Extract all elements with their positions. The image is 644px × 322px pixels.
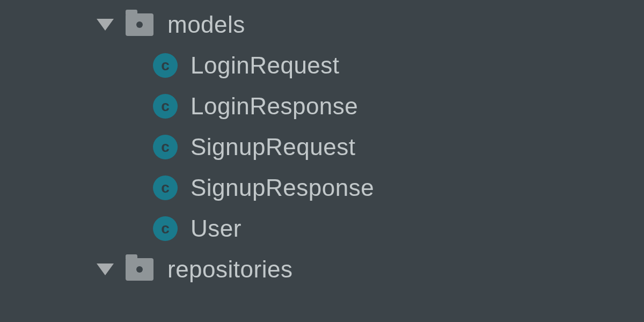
tree-item-user[interactable]: c User <box>0 208 644 249</box>
expand-arrow-icon <box>97 264 114 275</box>
class-icon: c <box>153 94 178 119</box>
folder-icon <box>126 258 153 281</box>
class-icon-letter: c <box>161 220 170 237</box>
file-label: SignupResponse <box>191 174 374 201</box>
expand-arrow-icon <box>97 19 114 31</box>
class-icon-letter: c <box>161 98 170 115</box>
folder-label: models <box>167 11 245 38</box>
class-icon: c <box>153 216 178 241</box>
tree-item-signup-request[interactable]: c SignupRequest <box>0 127 644 167</box>
tree-folder-repositories[interactable]: repositories <box>0 249 644 290</box>
tree-item-login-response[interactable]: c LoginResponse <box>0 86 644 127</box>
class-icon: c <box>153 135 178 159</box>
folder-label: repositories <box>167 256 292 283</box>
class-icon-letter: c <box>161 138 170 156</box>
class-icon-letter: c <box>161 57 170 74</box>
class-icon: c <box>153 175 178 200</box>
class-icon-letter: c <box>161 179 170 196</box>
file-label: SignupRequest <box>191 134 355 160</box>
class-icon: c <box>153 53 178 78</box>
file-label: User <box>191 215 241 242</box>
folder-icon <box>126 13 153 36</box>
tree-folder-models[interactable]: models <box>0 4 644 45</box>
file-label: LoginRequest <box>191 52 340 79</box>
tree-item-login-request[interactable]: c LoginRequest <box>0 45 644 86</box>
project-tree: models c LoginRequest c LoginResponse c … <box>0 0 644 290</box>
file-label: LoginResponse <box>191 93 358 120</box>
tree-item-signup-response[interactable]: c SignupResponse <box>0 167 644 208</box>
